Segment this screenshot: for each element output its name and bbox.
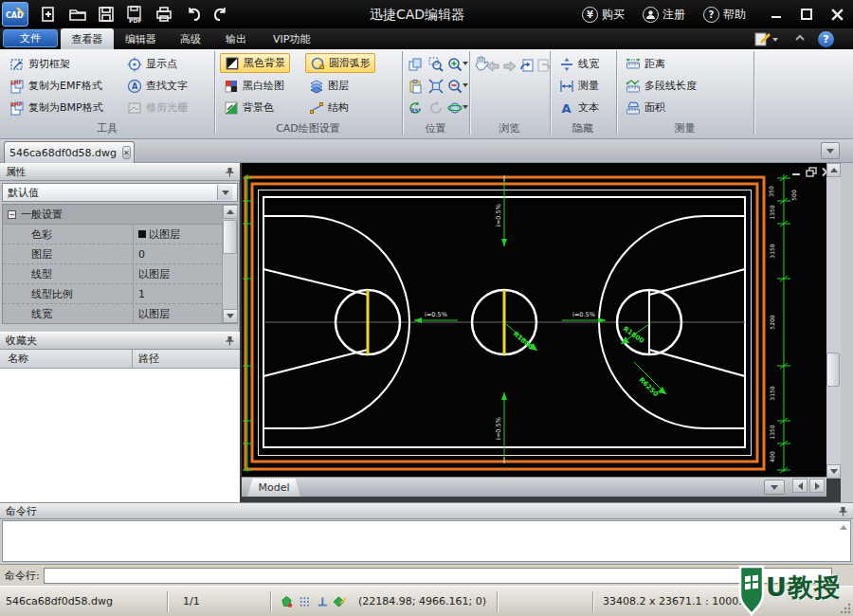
menu-tab-vip[interactable]: VIP功能 [263, 28, 319, 49]
save-pdf-button[interactable]: PDF [124, 5, 145, 24]
mdi-restore-icon[interactable] [806, 167, 817, 177]
pin-icon[interactable] [226, 167, 234, 177]
black-background-button[interactable]: 黑色背景 [220, 53, 290, 73]
svg-text:35°: 35° [410, 107, 421, 114]
menu-tab-output[interactable]: 输出 [216, 28, 256, 49]
maximize-button[interactable] [796, 6, 817, 23]
new-file-button[interactable] [38, 5, 59, 24]
cut-frame-button[interactable]: 剪切框架 [6, 54, 74, 74]
help-button[interactable]: ? 帮助 [703, 5, 746, 24]
document-tab-close-button[interactable]: ✕ [122, 146, 131, 159]
property-row-color[interactable]: 色彩 以图层 [3, 225, 223, 245]
property-row-layer[interactable]: 图层 0 [3, 245, 223, 264]
property-row-lineweight[interactable]: 线宽 以图层 [3, 304, 223, 324]
zoom-in-dropdown[interactable] [463, 62, 468, 65]
property-group-row[interactable]: − 一般设置 [3, 205, 223, 225]
zoom-window-button[interactable] [426, 55, 445, 74]
canvas-scroll-right[interactable] [809, 479, 825, 493]
command-input[interactable] [44, 568, 832, 584]
undo-button[interactable] [184, 5, 205, 24]
view-paste-button[interactable] [406, 77, 425, 96]
watermark-text: U教授 [766, 571, 841, 605]
favorites-list[interactable] [0, 369, 240, 502]
canvas-vscrollbar[interactable] [826, 163, 841, 479]
zoom-extents-button[interactable] [426, 77, 445, 96]
model-tab[interactable]: Model [247, 479, 300, 497]
bw-drawing-button[interactable]: 黑白绘图 [220, 76, 288, 96]
rotate-view-button[interactable]: 35° [406, 99, 425, 118]
find-text-button[interactable]: A 查找文字 [123, 76, 191, 96]
view-redo-button[interactable] [535, 56, 554, 75]
background-color-button[interactable]: 背景色 [220, 98, 278, 118]
snap-toggle-icon[interactable] [281, 595, 293, 608]
property-scrollbar[interactable] [222, 205, 237, 323]
app-logo[interactable]: CAD [2, 2, 28, 27]
register-button[interactable]: 注册 [643, 5, 685, 24]
pin-icon[interactable] [226, 335, 234, 346]
quick-help-button[interactable]: ? [818, 31, 834, 47]
copy-emf-button[interactable]: EMF 复制为EMF格式 [6, 76, 106, 96]
annotate-button[interactable] [753, 31, 778, 47]
copy-bmp-button[interactable]: BMP 复制为BMP格式 [6, 98, 107, 118]
menu-tab-viewer[interactable]: 查看器 [61, 28, 114, 49]
measure-distance-button[interactable]: 距离 [622, 54, 669, 74]
view-undo-button[interactable] [517, 56, 536, 75]
zoom-out-button[interactable] [445, 77, 464, 96]
preset-dropdown[interactable]: 默认值 [2, 183, 238, 202]
structure-button[interactable]: 结构 [305, 98, 353, 118]
canvas-scroll-up[interactable] [826, 163, 841, 177]
buy-button[interactable]: ¥ 购买 [582, 5, 625, 24]
pin-icon[interactable] [839, 506, 847, 516]
measure-area-button[interactable]: 面积 [622, 98, 669, 118]
print-button[interactable] [154, 5, 174, 24]
menu-tab-advanced[interactable]: 高级 [171, 28, 210, 49]
layout-dropdown-button[interactable] [764, 480, 785, 495]
smooth-arc-button[interactable]: 圆滑弧形 [305, 53, 375, 73]
menu-tab-editor[interactable]: 编辑器 [116, 28, 166, 49]
hide-linewidth-button[interactable]: 线宽 [555, 54, 603, 74]
ortho-toggle-icon[interactable] [317, 595, 329, 608]
rotate-disabled-button[interactable] [426, 99, 445, 118]
minimize-button[interactable] [766, 6, 787, 23]
display-point-button[interactable]: 显示点 [123, 54, 181, 74]
mdi-minimize-icon[interactable] [790, 167, 802, 177]
measure-polyline-button[interactable]: 多段线长度 [622, 76, 700, 96]
collapse-group-icon[interactable]: − [8, 210, 16, 219]
collapse-ribbon-button[interactable] [794, 33, 806, 45]
preset-dropdown-button[interactable] [217, 185, 232, 200]
canvas-scroll-down[interactable] [826, 464, 841, 479]
canvas-scroll-thumb[interactable] [826, 353, 840, 387]
orbit-icon [447, 100, 463, 116]
view-forward-button[interactable] [500, 57, 519, 76]
scrollbar-thumb[interactable] [223, 220, 237, 254]
command-history[interactable] [2, 520, 851, 562]
save-button[interactable] [96, 5, 117, 24]
pan-copy-button[interactable] [406, 55, 425, 74]
scroll-down-button[interactable] [223, 309, 238, 323]
open-file-button[interactable] [67, 5, 88, 24]
redo-button[interactable] [209, 5, 230, 24]
property-row-linetype-scale[interactable]: 线型比例 1 [3, 284, 223, 304]
view-back-button[interactable] [483, 57, 502, 76]
command-scroll-up[interactable] [840, 525, 847, 530]
hide-text-button[interactable]: A 文本 [555, 98, 603, 118]
close-button[interactable] [826, 6, 847, 23]
favorites-path-column[interactable]: 路径 [133, 352, 159, 366]
grid-toggle-icon[interactable] [299, 595, 311, 608]
osnap-toggle-icon[interactable] [334, 595, 347, 608]
menu-file[interactable]: 文件 [3, 29, 58, 47]
layers-button[interactable]: 图层 [305, 76, 353, 96]
orbit-button[interactable] [445, 99, 464, 118]
property-row-linetype[interactable]: 线型 以图层 [3, 264, 223, 284]
document-tab[interactable]: 546ca68df0d58.dwg ✕ [4, 141, 135, 163]
orbit-dropdown[interactable] [463, 105, 468, 109]
hide-measure-button[interactable]: 测量 [555, 76, 603, 96]
drawing-canvas[interactable]: 350 500 1350 3150 5200 3150 1350 400 i=0… [242, 163, 826, 477]
zoom-out-dropdown[interactable] [463, 83, 468, 87]
panel-collapse-button[interactable] [821, 142, 840, 159]
scroll-up-button[interactable] [223, 205, 238, 219]
canvas-scroll-left[interactable] [792, 479, 808, 493]
favorites-name-column[interactable]: 名称 [0, 350, 133, 368]
trim-raster-button[interactable]: 修剪光栅 [123, 98, 191, 118]
zoom-in-button[interactable] [445, 55, 464, 74]
